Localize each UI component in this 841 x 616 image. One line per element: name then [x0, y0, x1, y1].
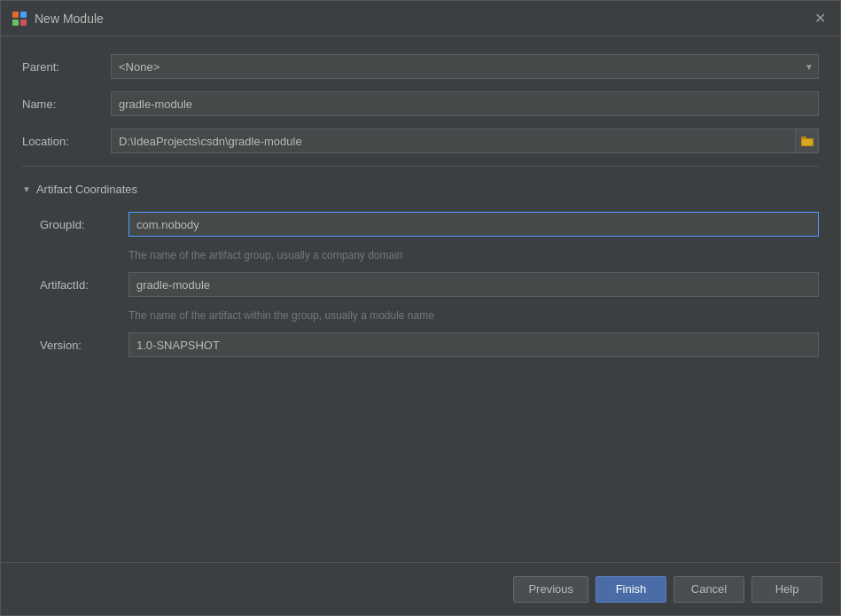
finish-button[interactable]: Finish [596, 576, 666, 603]
location-input[interactable] [111, 129, 819, 153]
svg-rect-3 [20, 19, 27, 26]
name-row: Name: [22, 91, 819, 116]
dialog-footer: Previous Finish Cancel Help [1, 562, 840, 615]
groupid-input[interactable] [128, 212, 819, 237]
section-header: ▼ Artifact Coordinates [22, 183, 819, 196]
location-wrapper [111, 129, 819, 153]
parent-row: Parent: <None> ▼ [22, 54, 819, 79]
version-input[interactable] [128, 332, 819, 357]
artifactid-row: ArtifactId: [40, 272, 819, 297]
divider [22, 166, 819, 167]
name-label: Name: [22, 97, 111, 111]
groupid-row: GroupId: [40, 212, 819, 237]
help-button[interactable]: Help [751, 576, 822, 603]
version-row: Version: [40, 332, 819, 357]
artifactid-hint: The name of the artifact within the grou… [128, 309, 819, 322]
section-toggle[interactable]: ▼ [22, 184, 31, 194]
location-row: Location: [22, 129, 819, 153]
svg-rect-5 [801, 136, 806, 139]
title-bar-left: New Module [12, 11, 104, 27]
dialog-content: Parent: <None> ▼ Name: Location: [1, 36, 840, 562]
artifactid-input[interactable] [128, 272, 819, 297]
title-bar: New Module ✕ [1, 1, 840, 36]
svg-rect-6 [802, 139, 813, 145]
groupid-label: GroupId: [40, 218, 128, 231]
svg-rect-2 [12, 19, 19, 26]
version-label: Version: [40, 339, 128, 352]
parent-label: Parent: [22, 60, 111, 74]
browse-button[interactable] [795, 129, 818, 152]
svg-rect-0 [12, 12, 19, 18]
folder-icon [801, 136, 814, 146]
section-content: GroupId: The name of the artifact group,… [22, 212, 819, 357]
cancel-button[interactable]: Cancel [674, 576, 744, 603]
close-button[interactable]: ✕ [810, 9, 829, 28]
name-input[interactable] [111, 91, 819, 116]
module-icon [12, 11, 27, 27]
svg-rect-1 [20, 12, 27, 18]
artifactid-label: ArtifactId: [40, 278, 128, 292]
location-label: Location: [22, 135, 111, 148]
groupid-hint: The name of the artifact group, usually … [128, 249, 819, 261]
section-title: Artifact Coordinates [36, 183, 137, 196]
parent-select[interactable]: <None> [111, 54, 819, 79]
previous-button[interactable]: Previous [513, 576, 588, 603]
new-module-dialog: New Module ✕ Parent: <None> ▼ Name: Loca… [0, 0, 841, 616]
parent-select-wrapper: <None> ▼ [111, 54, 819, 79]
dialog-title: New Module [35, 12, 104, 26]
